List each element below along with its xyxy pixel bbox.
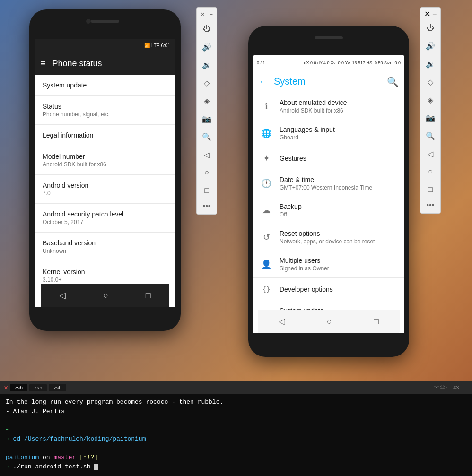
- list-item-model[interactable]: Model number Android SDK built for x86: [35, 146, 175, 175]
- emu-rotate-icon[interactable]: ◇: [198, 74, 215, 91]
- right-item-language[interactable]: 🌐 Languages & input Gboard: [253, 120, 404, 147]
- emu-right-close-icon[interactable]: ✕: [424, 10, 430, 18]
- emu-right-zoom-icon[interactable]: 🔍: [422, 127, 439, 144]
- about-title: About emulated device: [280, 99, 347, 106]
- language-icon: 🌐: [261, 128, 272, 139]
- terminal-hamburger[interactable]: ≡: [464, 384, 468, 391]
- item-sub-android-version: 7.0: [43, 190, 167, 197]
- emu-right-home-icon[interactable]: ○: [422, 163, 439, 180]
- emu-right-recents-icon[interactable]: □: [422, 181, 439, 198]
- devopt-title: Developer options: [280, 286, 333, 293]
- datetime-sub: GMT+07:00 Western Indonesia Time: [280, 184, 372, 191]
- terminal-line-2: - Alan J. Perlis: [6, 407, 466, 416]
- emu-right-back-icon[interactable]: ◁: [422, 145, 439, 162]
- right-phone-content[interactable]: ℹ About emulated device Android SDK buil…: [253, 93, 404, 311]
- emu-right-minus-icon[interactable]: −: [432, 10, 437, 18]
- emu-fold-icon[interactable]: ◈: [198, 92, 215, 109]
- recents-nav-icon[interactable]: □: [146, 291, 151, 301]
- item-title-system-update: System update: [43, 81, 167, 89]
- right-item-sysupdate[interactable]: ⬇ System update Updated to Android 9: [253, 301, 404, 311]
- list-item-system-update[interactable]: System update: [35, 75, 175, 96]
- item-title-baseband: Baseband version: [43, 239, 167, 247]
- right-home-nav-icon[interactable]: ○: [327, 317, 332, 327]
- emu-right-close-row: ✕ −: [424, 9, 437, 18]
- emu-recents-icon[interactable]: □: [198, 182, 215, 199]
- emu-power-icon[interactable]: ⏻: [198, 20, 215, 37]
- emu-back-icon[interactable]: ◁: [198, 146, 215, 163]
- right-search-icon[interactable]: 🔍: [387, 76, 399, 87]
- emu-close-icon[interactable]: ✕: [201, 11, 205, 17]
- right-back-icon[interactable]: ←: [259, 76, 268, 87]
- emu-close-row: ✕ −: [197, 9, 217, 19]
- terminal-area: ✕ zsh zsh zsh ⌥⌘↑ #3 ≡ In the long run e…: [0, 381, 472, 476]
- emu-home-icon[interactable]: ○: [198, 164, 215, 181]
- left-phone-content[interactable]: System update Status Phone number, signa…: [35, 75, 175, 307]
- terminal-tab-1[interactable]: zsh: [10, 384, 27, 391]
- right-item-datetime[interactable]: 🕐 Date & time GMT+07:00 Western Indonesi…: [253, 170, 404, 197]
- right-item-gestures[interactable]: ✦ Gestures: [253, 147, 404, 170]
- emu-right-power-icon[interactable]: ⏻: [422, 19, 439, 36]
- terminal-line-prompt: paitonium on master [↑!?]: [6, 453, 466, 462]
- right-recents-nav-icon[interactable]: □: [374, 317, 379, 327]
- backup-sub: Off: [280, 211, 302, 218]
- emu-right-vol-down-icon[interactable]: 🔉: [422, 55, 439, 72]
- emu-vol-down-icon[interactable]: 🔉: [198, 56, 215, 73]
- right-item-users[interactable]: 👤 Multiple users Signed in as Owner: [253, 251, 404, 278]
- emu-minus-icon[interactable]: −: [210, 11, 213, 17]
- emu-right-fold-icon[interactable]: ◈: [422, 91, 439, 108]
- hamburger-icon[interactable]: ≡: [41, 59, 46, 69]
- left-status-bar: 📶 LTE 6:01: [35, 39, 175, 52]
- terminal-line-cd: → cd /Users/fachrulch/koding/paitonium: [6, 434, 466, 444]
- list-item-android-version[interactable]: Android version 7.0: [35, 175, 175, 204]
- right-back-nav-icon[interactable]: ◁: [279, 316, 285, 327]
- list-item-legal[interactable]: Legal information: [35, 125, 175, 146]
- about-icon: ℹ: [261, 101, 272, 112]
- left-toolbar-title: Phone status: [52, 59, 102, 69]
- emu-right-vol-up-icon[interactable]: 🔊: [422, 37, 439, 54]
- emu-right-more-icon[interactable]: •••: [427, 201, 435, 209]
- item-sub-baseband: Unknown: [43, 248, 167, 254]
- right-phone-speaker: [315, 36, 343, 39]
- status-icons: 📶 LTE 6:01: [144, 43, 170, 48]
- terminal-body[interactable]: In the long run every program becomes ro…: [0, 394, 472, 476]
- terminal-close-icon[interactable]: ✕: [4, 385, 8, 391]
- list-item-baseband[interactable]: Baseband version Unknown: [35, 233, 175, 261]
- users-icon: 👤: [261, 259, 272, 270]
- emu-right-camera-icon[interactable]: 📷: [422, 109, 439, 126]
- left-phone: 📶 LTE 6:01 ≡ Phone status System update …: [29, 9, 181, 331]
- list-item-status[interactable]: Status Phone number, signal, etc.: [35, 96, 175, 125]
- item-title-model: Model number: [43, 153, 167, 160]
- terminal-shortcut-2: #3: [453, 385, 459, 390]
- left-phone-screen: 📶 LTE 6:01 ≡ Phone status System update …: [35, 39, 175, 307]
- reset-sub: Network, apps, or device can be reset: [280, 238, 375, 245]
- emu-camera-icon[interactable]: 📷: [198, 110, 215, 127]
- emu-zoom-icon[interactable]: 🔍: [198, 128, 215, 145]
- terminal-tab-3[interactable]: zsh: [49, 384, 66, 391]
- list-item-security-patch[interactable]: Android security patch level October 5, …: [35, 204, 175, 233]
- gestures-icon: ✦: [261, 153, 272, 164]
- emu-vol-up-icon[interactable]: 🔊: [198, 38, 215, 55]
- terminal-tab-2[interactable]: zsh: [29, 384, 47, 391]
- datetime-icon: 🕐: [261, 178, 272, 189]
- item-title-security-patch: Android security patch level: [43, 210, 167, 218]
- back-nav-icon[interactable]: ◁: [59, 290, 66, 301]
- terminal-tabs: ✕ zsh zsh zsh ⌥⌘↑ #3 ≡: [0, 381, 472, 394]
- item-sub-model: Android SDK built for x86: [43, 161, 167, 168]
- gestures-text: Gestures: [280, 155, 306, 162]
- datetime-title: Date & time: [280, 176, 372, 183]
- home-nav-icon[interactable]: ○: [103, 291, 108, 301]
- emu-toolbar-right: ✕ − ⏻ 🔊 🔉 ◇ ◈ 📷 🔍 ◁ ○ □ •••: [420, 7, 441, 214]
- terminal-line-1: In the long run every program becomes ro…: [6, 398, 466, 407]
- right-item-reset[interactable]: ↺ Reset options Network, apps, or device…: [253, 224, 404, 251]
- right-item-backup[interactable]: ☁ Backup Off: [253, 197, 404, 224]
- users-sub: Signed in as Owner: [280, 265, 329, 272]
- emu-right-rotate-icon[interactable]: ◇: [422, 73, 439, 90]
- item-title-kernel: Kernel version: [43, 268, 167, 276]
- language-title: Languages & input: [280, 126, 335, 133]
- emu-more-icon[interactable]: •••: [203, 202, 211, 210]
- language-sub: Gboard: [280, 134, 335, 141]
- right-phone-screen: 0:/ 1 dX:0.0 dY:4.0 Xv: 0.0 Yv: 16.517 H…: [253, 55, 404, 333]
- language-text: Languages & input Gboard: [280, 126, 335, 141]
- right-item-devopt[interactable]: {} Developer options: [253, 278, 404, 301]
- right-item-about[interactable]: ℹ About emulated device Android SDK buil…: [253, 93, 404, 120]
